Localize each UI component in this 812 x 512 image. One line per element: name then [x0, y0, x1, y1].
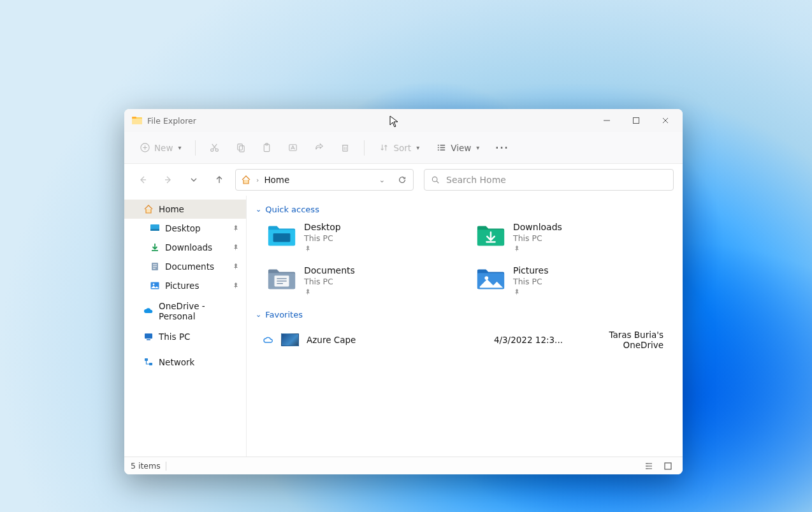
chevron-down-icon: ⌄: [256, 205, 261, 214]
quick-access-item-documents[interactable]: Documents This PC: [267, 265, 451, 296]
sidebar-item-onedrive[interactable]: OneDrive - Personal: [124, 302, 246, 321]
search-box[interactable]: [424, 169, 674, 191]
toolbar-separator: [364, 140, 365, 156]
rename-button[interactable]: [282, 136, 304, 159]
main-content: ⌄ Quick access Desktop This PC: [247, 196, 683, 457]
svg-rect-42: [145, 333, 152, 339]
quick-access-item-desktop[interactable]: Desktop This PC: [267, 222, 451, 252]
details-view-button[interactable]: [641, 460, 657, 472]
view-button-label: View: [451, 143, 471, 153]
svg-rect-19: [343, 145, 348, 151]
item-name: Downloads: [513, 222, 562, 232]
quick-access-item-downloads[interactable]: Downloads This PC: [476, 222, 660, 252]
file-explorer-icon: [132, 115, 142, 126]
address-bar[interactable]: › Home ⌄: [235, 169, 414, 191]
svg-rect-43: [147, 339, 150, 340]
chevron-down-icon: ▾: [178, 144, 181, 151]
maximize-button[interactable]: [621, 109, 651, 132]
sort-button[interactable]: Sort ▾: [372, 136, 426, 159]
svg-line-13: [212, 144, 216, 149]
item-sub: This PC: [304, 277, 355, 286]
new-button-label: New: [154, 143, 173, 153]
pin-icon: [513, 288, 548, 296]
thumbnails-view-button[interactable]: [660, 460, 676, 472]
sidebar-item-label: OneDrive - Personal: [159, 301, 241, 321]
quick-access-grid: Desktop This PC Downloads This PC: [256, 219, 663, 306]
sidebar-item-label: This PC: [159, 332, 190, 342]
file-date: 4/3/2022 12:3...: [480, 335, 563, 345]
sidebar-item-label: Documents: [165, 261, 214, 272]
documents-folder-icon: [267, 265, 296, 291]
pictures-folder-icon: [476, 265, 505, 291]
back-button[interactable]: [133, 170, 152, 189]
documents-icon: [150, 261, 160, 272]
sidebar-item-pictures[interactable]: Pictures: [124, 276, 246, 295]
sidebar-item-desktop[interactable]: Desktop: [124, 219, 246, 238]
sidebar-item-label: Network: [159, 357, 194, 367]
share-button[interactable]: [308, 136, 330, 159]
sidebar-item-label: Desktop: [165, 223, 201, 233]
search-icon: [431, 175, 440, 184]
sidebar-item-network[interactable]: Network: [124, 353, 246, 372]
copy-button[interactable]: [229, 136, 252, 159]
delete-button[interactable]: [334, 136, 356, 159]
desktop-icon: [150, 223, 160, 233]
group-header-quick-access[interactable]: ⌄ Quick access: [256, 201, 674, 219]
pin-icon: [232, 224, 240, 232]
desktop-folder-icon: [267, 222, 296, 247]
sidebar-item-documents[interactable]: Documents: [124, 257, 246, 276]
close-button[interactable]: [651, 109, 680, 132]
svg-line-12: [214, 144, 217, 149]
svg-rect-34: [150, 229, 159, 231]
sidebar-item-home[interactable]: Home: [124, 200, 246, 219]
address-history-button[interactable]: ⌄: [377, 173, 388, 187]
svg-point-56: [484, 276, 488, 280]
onedrive-icon: [143, 306, 154, 316]
breadcrumb-home[interactable]: Home: [264, 175, 289, 185]
recent-locations-button[interactable]: [184, 170, 203, 189]
svg-rect-60: [665, 463, 671, 469]
search-input[interactable]: [446, 175, 667, 185]
pin-icon: [232, 263, 240, 270]
pin-icon: [513, 245, 562, 252]
window-title: File Explorer: [147, 116, 196, 126]
home-icon: [143, 204, 154, 214]
favorite-item[interactable]: Azure Cape 4/3/2022 12:3... Taras Buria'…: [256, 325, 674, 354]
window-body: Home Desktop Downloads: [124, 196, 683, 457]
svg-rect-14: [238, 144, 243, 150]
home-icon: [241, 175, 251, 185]
forward-button[interactable]: [159, 170, 178, 189]
breadcrumb-separator-icon: ›: [256, 176, 259, 184]
chevron-down-icon: ⌄: [256, 311, 261, 319]
up-button[interactable]: [210, 170, 229, 189]
chevron-down-icon: ▾: [416, 144, 419, 151]
refresh-button[interactable]: [395, 173, 409, 187]
svg-rect-2: [132, 119, 142, 124]
status-separator: [166, 462, 166, 471]
svg-point-41: [153, 284, 155, 286]
quick-access-item-pictures[interactable]: Pictures This PC: [476, 265, 660, 296]
svg-rect-15: [240, 146, 245, 152]
sidebar: Home Desktop Downloads: [124, 196, 247, 457]
new-button[interactable]: New ▾: [133, 136, 187, 159]
sidebar-item-this-pc[interactable]: This PC: [124, 327, 246, 346]
cut-button[interactable]: [203, 136, 226, 159]
titlebar[interactable]: File Explorer: [124, 109, 683, 132]
view-button[interactable]: View ▾: [430, 136, 486, 159]
toolbar-separator: [195, 140, 196, 156]
chevron-down-icon: ▾: [476, 144, 479, 151]
paste-button[interactable]: [256, 136, 278, 159]
sidebar-item-downloads[interactable]: Downloads: [124, 238, 246, 257]
pin-icon: [232, 244, 240, 251]
more-button[interactable]: ···: [489, 136, 514, 159]
sidebar-item-label: Home: [159, 204, 184, 214]
sidebar-item-label: Downloads: [165, 242, 212, 252]
status-bar: 5 items: [124, 457, 683, 474]
pin-icon: [232, 282, 240, 289]
this-pc-icon: [143, 332, 154, 342]
group-header-favorites[interactable]: ⌄ Favorites: [256, 306, 674, 325]
file-explorer-window: File Explorer New ▾: [124, 109, 683, 474]
network-icon: [143, 357, 154, 367]
svg-rect-44: [145, 358, 148, 361]
minimize-button[interactable]: [592, 109, 621, 132]
